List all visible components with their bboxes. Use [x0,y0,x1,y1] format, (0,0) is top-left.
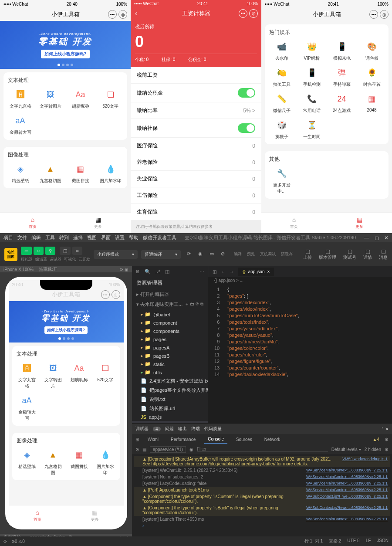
explorer-more-icon[interactable]: ⋯ [199,269,204,275]
clear-cache-icon[interactable]: ⊘ [221,251,228,258]
grid-item[interactable]: 🎨调色板 [359,41,384,61]
capsule-more-icon[interactable]: ••• [369,10,378,19]
console-log[interactable]: [system] WeChatLib: 2.25.1 (2022.7.24 23… [134,467,390,474]
grid-item[interactable]: 🍋抽奖工具 [269,67,294,88]
panel-toggle-icon[interactable]: ◫ [213,269,216,274]
toolbar-action[interactable]: ▢测试号 [343,248,356,261]
file-tree-item[interactable]: ▸ 📁utils [132,368,208,376]
devtools-tab[interactable]: Performance [167,436,199,443]
file-tree-item[interactable]: ▸ 📁pagesA [132,343,208,352]
list-row[interactable]: 失业保险0 [131,171,261,187]
file-tree-item[interactable]: 📄说明.txt [132,395,208,404]
nav-back-icon[interactable]: ← [221,269,225,274]
grid-item[interactable]: ▦截图拼接 [68,163,93,184]
cursor-pos[interactable]: 行 1, 列 1 [304,538,323,544]
grid-item[interactable]: 2424点游戏 [329,93,354,114]
editor-tab[interactable]: {}app.json× [238,268,274,276]
menu-item[interactable]: 设置 [115,234,125,241]
context-select[interactable]: appservice (#1) [150,446,186,453]
tab-more[interactable]: ▦更多 [327,213,392,233]
capsule-more-icon[interactable]: ••• [101,290,110,299]
console-clear-icon[interactable]: ⊘ [135,447,139,452]
explorer-ext-icon[interactable]: ◫ [165,269,169,275]
console-log[interactable]: [system] LazyCodeLoading: falseWAService… [134,480,390,487]
toolbar-action[interactable]: ▢详情 [363,248,372,261]
devtools-settings-icon[interactable]: ⚙ [385,437,389,442]
preview-icon[interactable]: ◉ [198,251,205,258]
tab-home[interactable]: ⌂首页 [9,505,66,526]
tab-home[interactable]: ⌂首页 [261,213,327,233]
grid-item[interactable]: 📞常用电话 [299,93,324,114]
grid-item[interactable]: 💧图片加水印 [95,449,116,476]
menu-item[interactable]: 帮助 [129,234,139,241]
menu-item[interactable]: 项目 [3,234,13,241]
file-tree-item[interactable]: JSapp.js [132,413,208,421]
grid-item[interactable]: 📱模拟来电 [329,41,354,61]
toolbar-action[interactable]: ▢版本管理 [319,248,336,261]
project-label[interactable]: ▾ 去水印趣味实用工... ＋ 🗀 ⟳ ⧉ [132,299,208,309]
filter-input[interactable] [197,447,328,452]
file-tree-item[interactable]: ▸ 📁components [132,327,208,335]
banner[interactable]: -Zero basic development- 零基础 开发 如何上线小程序源… [0,21,131,69]
grid-item[interactable]: ❏520文字 [95,362,116,389]
visual-button[interactable]: ◫ [60,247,71,255]
file-tree-item[interactable]: 📄2.4技术文档 - 安全过滤版.txt [132,376,208,386]
hot-reload-label[interactable]: 热重载:开 [39,266,57,272]
switch-toggle[interactable] [238,123,255,133]
capsule-close-icon[interactable]: ◎ [380,10,389,19]
level-select[interactable]: Default levels ▾ [331,447,361,452]
grid-item[interactable]: 🖼文字转图片 [38,88,63,109]
capsule-close-icon[interactable]: ◎ [118,10,127,19]
console-log[interactable]: [system] Launch Time: 4690 msWAServiceMa… [134,516,390,522]
debug-tab[interactable]: 终端 [191,426,200,432]
toolbar-action[interactable]: ▢消息 [379,248,388,261]
panel-collapse-icon[interactable]: ˅ ✕ [382,427,389,431]
file-tree-item[interactable]: ▸ 📁@babel [132,310,208,319]
grid-item[interactable]: ⏳一生时间 [299,119,324,140]
file-tree-item[interactable]: 📄把pages整个文件夹导入开发... [132,386,208,395]
grid-item[interactable]: Aa翅膀昵称 [68,88,93,109]
cloud-dev-button[interactable]: ∞ [72,247,82,255]
console-sidebar-icon[interactable]: ▤ [142,447,146,452]
console-settings-icon[interactable]: ⚙ [385,447,389,452]
capsule-more-icon[interactable]: ••• [239,9,247,18]
file-tree-item[interactable]: ▸ 📁static [132,360,208,368]
list-row[interactable]: 医疗保险0 [131,138,261,154]
toolbar-action[interactable]: ▢上传 [303,248,312,261]
language[interactable]: JSON [377,538,389,544]
devtools-tab[interactable]: Sources [233,436,256,443]
capsule-more-icon[interactable]: ••• [108,10,117,19]
sim-more-icon[interactable]: ⟳ ◉ [120,267,128,272]
grid-item[interactable]: ▲九宫格切图 [43,449,64,476]
grid-item[interactable]: 📏微信尺子 [269,93,294,114]
list-row[interactable]: 生育保险0 [131,204,261,220]
debug-tab[interactable]: 问题 [165,426,174,432]
list-row[interactable]: 缴纳比率5% > [131,102,261,119]
grid-item[interactable]: 弹手持弹幕 [329,67,354,88]
devtools-tab[interactable]: Wxml [144,436,162,443]
close-icon[interactable]: ✕ [384,235,389,241]
grid-item[interactable]: 🅰文字九宫格 [8,88,33,109]
remote-debug-icon[interactable]: ▭ [210,251,216,258]
console-log[interactable]: ▲ [Deprecation] SharedArrayBuffer will r… [134,456,390,467]
grid-item[interactable]: ▦2048 [359,93,384,114]
menu-item[interactable]: 视图 [87,234,97,241]
devtools-tab[interactable]: Network [261,436,284,443]
devtools-menu-icon[interactable]: ⊞ [135,437,139,442]
back-icon[interactable]: ‹ [135,10,137,17]
grid-item[interactable]: 🖼文字转图片 [43,362,64,389]
status-sync-icon[interactable]: ⟳ [3,539,7,544]
status-error-icon[interactable]: ⊗0 ⚠0 [11,539,25,544]
eol[interactable]: LF [366,538,371,544]
debugger-button[interactable]: ⚲ [45,247,55,255]
compile-select[interactable]: 普通编译▾ [141,250,181,259]
console-log[interactable]: ▲ [Component] the type of property "isCu… [134,493,390,505]
menu-item[interactable]: 编辑 [31,234,41,241]
grid-item[interactable]: ◈精选壁纸 [17,449,37,476]
console-log[interactable]: [system] No. of subpackages: 2WAServiceM… [134,474,390,480]
menu-item[interactable]: 工具 [45,234,55,241]
file-tree-item[interactable]: ▸ 📁pages [132,335,208,343]
file-tree-item[interactable]: 📄站长图库.url [132,404,208,413]
encoding[interactable]: UTF-8 [347,538,359,544]
simulator-button[interactable]: ▭ [21,247,32,255]
